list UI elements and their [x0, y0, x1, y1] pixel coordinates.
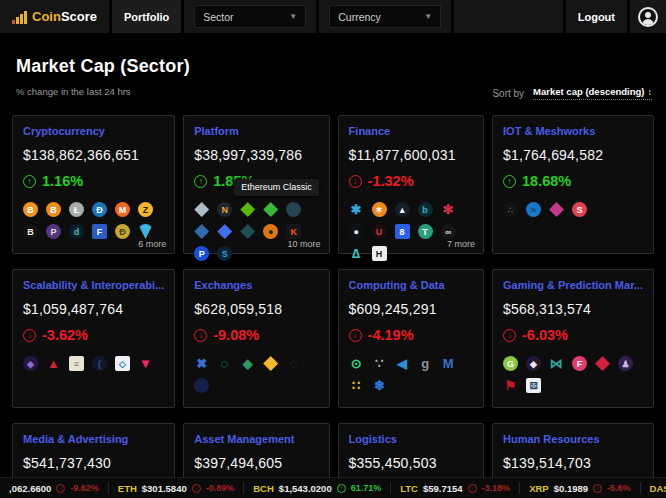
flame-coin-icon[interactable]: K — [286, 224, 301, 239]
sector-card[interactable]: IOT & Meshworks $1,764,694,582 ↑ 18.68% … — [492, 115, 654, 254]
monero-icon[interactable]: M — [115, 202, 130, 217]
teal-diamond-coin-icon[interactable] — [240, 224, 255, 239]
f-coin-icon[interactable]: F — [92, 224, 107, 239]
currency-dropdown-wrap: Currency ▼ — [319, 0, 451, 33]
teal-triangle-coin-icon[interactable]: ∆ — [349, 246, 364, 261]
pink-diamond-coin-icon[interactable] — [549, 202, 564, 217]
app-logo[interactable]: CoinScore — [0, 0, 109, 33]
funfair-icon[interactable]: F — [572, 356, 587, 371]
blue-x-coin-icon[interactable]: ✖ — [194, 356, 209, 371]
sector-card-change: ↑ 1.16% — [23, 173, 164, 189]
sector-card-title: Media & Advertising — [23, 433, 164, 445]
ripple-icon[interactable]: ✱ — [349, 202, 364, 217]
sphere-coin-icon[interactable] — [286, 202, 301, 217]
blue-8-coin-icon[interactable]: 8 — [395, 224, 410, 239]
sector-card[interactable]: Scalability & Interoperabi... $1,059,487… — [12, 269, 175, 408]
orange-ring-coin-icon[interactable]: ● — [263, 224, 278, 239]
gamecredits-icon[interactable]: G — [503, 356, 518, 371]
coin-icons-row: ✱✶▲b✻●U8T∞∆H — [349, 202, 473, 261]
sector-card[interactable]: Exchanges $628,059,518 ↓ -9.08% ✖◌◆◌ — [183, 269, 329, 408]
dots-coin-icon[interactable]: ∵ — [372, 356, 387, 371]
sector-card[interactable]: Computing & Data $609,245,291 ↓ -4.19% ⊙… — [338, 269, 484, 408]
change-arrow-icon: ↓ — [23, 329, 36, 342]
wings-coin-icon[interactable]: ⋈ — [549, 356, 564, 371]
green-gem-coin-icon[interactable]: ◆ — [240, 356, 255, 371]
faded-ring-coin-icon[interactable]: ◌ — [286, 356, 301, 371]
gold-d-coin-icon[interactable]: Ð — [115, 224, 130, 239]
infinity-coin-icon[interactable]: ∞ — [441, 224, 456, 239]
ark-triangle-icon[interactable]: ▲ — [46, 356, 61, 371]
orange-node-coin-icon[interactable]: ✶ — [372, 202, 387, 217]
ethereum-icon[interactable] — [194, 202, 209, 217]
faded-blue-coin-icon[interactable] — [194, 378, 209, 393]
sector-dropdown[interactable]: Sector ▼ — [194, 5, 306, 28]
teal-b-coin-icon[interactable]: b — [418, 202, 433, 217]
yellow-dots-coin-icon[interactable]: ∷ — [349, 378, 364, 393]
currency-dropdown-value: Currency — [338, 11, 381, 23]
ticker-item[interactable]: BCH $1,543.0200 ↑ 61.71% — [244, 482, 391, 494]
tether-icon[interactable]: T — [418, 224, 433, 239]
tab-portfolio[interactable]: Portfolio — [112, 0, 181, 33]
rocket-coin-icon[interactable]: ▲ — [395, 202, 410, 217]
decred-icon[interactable]: d — [69, 224, 84, 239]
siacoin-icon[interactable]: ⊙ — [349, 356, 364, 371]
sector-card-market-cap: $397,494,605 — [194, 455, 318, 471]
stratis-icon[interactable]: S — [217, 246, 232, 261]
red-diamond-coin-icon[interactable] — [595, 356, 610, 371]
currency-dropdown[interactable]: Currency ▼ — [329, 5, 441, 28]
dice-coin-icon[interactable]: ⚄ — [526, 378, 541, 393]
player-coin-icon[interactable]: ♟ — [618, 356, 633, 371]
user-avatar[interactable] — [638, 7, 658, 27]
nem-icon[interactable]: N — [217, 202, 232, 217]
ticker-item[interactable]: DASH $347.2600 ↑ 1.66% — [641, 482, 666, 494]
bitcoin-icon[interactable]: Ƀ — [23, 202, 38, 217]
ticker-item[interactable]: ,062.6600 ↓ -9.62% — [0, 482, 109, 494]
dash-icon[interactable]: Đ — [92, 202, 107, 217]
waves-icon[interactable] — [217, 224, 232, 239]
bitcoin-cash-icon[interactable]: Ƀ — [46, 202, 61, 217]
green-ring-coin-icon[interactable]: ◌ — [217, 356, 232, 371]
ticker-item[interactable]: ETH $301.5840 ↓ -0.89% — [109, 482, 244, 494]
ticker-change-percent: -5.6% — [607, 483, 631, 493]
sector-card[interactable]: Finance $11,877,600,031 ↓ -1.32% ✱✶▲b✻●U… — [338, 115, 484, 254]
stellar-star-icon[interactable]: ✻ — [441, 202, 456, 217]
g-coin-icon[interactable]: g — [418, 356, 433, 371]
gem-coin-icon[interactable]: ◆ — [526, 356, 541, 371]
ticker-symbol: DASH — [650, 483, 666, 494]
maker-coin-icon[interactable]: ● — [349, 224, 364, 239]
bytecoin-icon[interactable]: B — [23, 224, 38, 239]
litecoin-icon[interactable]: Ł — [69, 202, 84, 217]
ticker-item[interactable]: LTC $59.7154 ↓ -3.18% — [391, 482, 520, 494]
verge-triangle-icon[interactable] — [138, 224, 153, 239]
snowflake-coin-icon[interactable]: ❄ — [372, 378, 387, 393]
crescent-coin-icon[interactable]: ( — [92, 356, 107, 371]
crystal-coin-icon[interactable] — [194, 224, 209, 239]
iota-icon[interactable]: ∴ — [503, 202, 518, 217]
white-h-coin-icon[interactable]: H — [372, 246, 387, 261]
sail-coin-icon[interactable]: ◀ — [395, 356, 410, 371]
ticker-price: $301.5840 — [142, 483, 187, 494]
cube-coin-icon[interactable]: ◇ — [115, 356, 130, 371]
wifi-coin-icon[interactable]: ▼ — [138, 356, 153, 371]
note-coin-icon[interactable]: ≡ — [69, 356, 84, 371]
ticker-item[interactable]: XRP $0.1989 ↓ -5.6% — [520, 482, 640, 494]
red-s-coin-icon[interactable]: S — [572, 202, 587, 217]
streamr-swirl-icon[interactable]: ≈ — [526, 202, 541, 217]
purple-ring-coin-icon[interactable]: ◈ — [23, 356, 38, 371]
coin-icons-row: ∴≈S — [503, 202, 643, 217]
logout-button[interactable]: Logout — [566, 0, 627, 33]
blue-p-coin-icon[interactable]: P — [194, 246, 209, 261]
binance-icon[interactable] — [263, 356, 278, 371]
maidsafe-icon[interactable]: M — [441, 356, 456, 371]
zcash-icon[interactable]: Z — [138, 202, 153, 217]
flag-coin-icon[interactable]: ⚑ — [503, 378, 518, 393]
sector-card[interactable]: Gaming & Prediction Mar... $568,313,574 … — [492, 269, 654, 408]
red-u-coin-icon[interactable]: U — [372, 224, 387, 239]
ethereum-classic-icon[interactable] — [263, 202, 278, 217]
sector-card-title: Platform — [194, 125, 318, 137]
sector-card[interactable]: Cryptocurrency $138,862,366,651 ↑ 1.16% … — [12, 115, 175, 254]
sector-card[interactable]: Platform $38,997,339,786 ↑ 1.85% N●KPS 1… — [183, 115, 329, 254]
pivx-shield-icon[interactable]: P — [46, 224, 61, 239]
sort-dropdown[interactable]: Market cap (descending) ↕ — [533, 86, 652, 100]
neo-icon[interactable] — [240, 202, 255, 217]
